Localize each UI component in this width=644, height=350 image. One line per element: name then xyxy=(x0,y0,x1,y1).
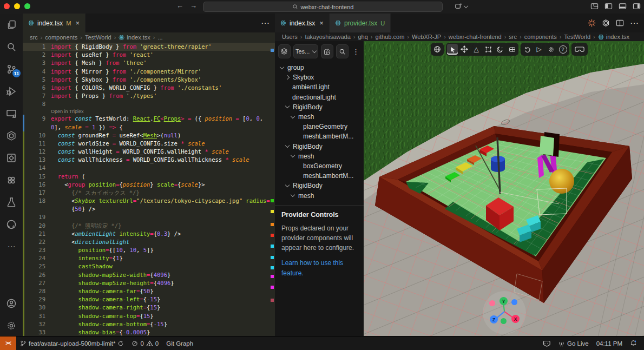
tree-item-directionallight[interactable]: directionalLight xyxy=(275,93,364,102)
toggle-panel-icon[interactable] xyxy=(619,2,627,10)
play-tool[interactable]: ▷ xyxy=(534,44,544,55)
help-tool[interactable]: ? xyxy=(557,44,568,55)
testing-beaker-icon[interactable] xyxy=(0,191,23,213)
breadcrumb-item[interactable]: ghq xyxy=(358,34,367,40)
camera-panel-tool[interactable] xyxy=(507,44,517,55)
code-row[interactable]: 27 shadow-mapSize-height={4096} xyxy=(23,279,275,287)
code-row[interactable]: 6import { COLORS, WORLD_CONFIG } from '.… xyxy=(23,84,275,92)
settings-tool[interactable] xyxy=(546,44,556,55)
breadcrumb-item[interactable]: src xyxy=(30,34,38,41)
codelens-open-in-triplex[interactable]: Open in Triplex xyxy=(51,108,275,115)
code-row[interactable]: 8 xyxy=(23,100,275,108)
code-row[interactable]: 4import { Mirror } from './components/Mi… xyxy=(23,68,275,76)
editor-actions-more-icon[interactable]: ⋯ xyxy=(261,18,270,28)
minimize-window-button[interactable] xyxy=(14,3,20,9)
settings-gear-icon[interactable] xyxy=(0,314,23,336)
tree-item-planegeometry[interactable]: planeGeometry xyxy=(275,122,364,131)
orientation-gizmo[interactable]: Y X Z xyxy=(478,288,530,336)
panel-more-icon[interactable]: ⋮ xyxy=(351,48,360,56)
breadcrumb[interactable]: Users›takayoshisawada›ghq›github.com›Web… xyxy=(275,32,644,41)
remote-indicator[interactable]: >< xyxy=(0,336,16,350)
code-row[interactable]: 2import { useRef } from 'react' xyxy=(23,51,275,59)
account-icon[interactable] xyxy=(0,292,23,314)
more-views-icon[interactable]: ⋯ xyxy=(0,235,23,257)
code-row[interactable]: 19 xyxy=(23,213,275,221)
explorer-icon[interactable] xyxy=(0,14,23,36)
code-row[interactable]: 5import { Skybox } from './components/Sk… xyxy=(23,76,275,84)
breadcrumb-item[interactable]: ... xyxy=(157,34,162,41)
world-space-tool[interactable] xyxy=(432,44,443,55)
select-tool[interactable] xyxy=(447,44,458,55)
tree-item-rigidbody[interactable]: RigidBody xyxy=(275,181,364,190)
chevron-down-icon[interactable] xyxy=(291,153,295,157)
clock-status[interactable]: 04:11 PM xyxy=(593,336,626,350)
maximize-window-button[interactable] xyxy=(24,3,30,9)
code-row[interactable]: 15 return ( xyxy=(23,173,275,181)
chevron-down-icon[interactable] xyxy=(291,193,295,197)
tab-index-tsx-right[interactable]: index.tsx × xyxy=(275,14,330,32)
code-row[interactable]: 31 shadow-camera-top={15} xyxy=(23,312,275,320)
chevron-down-icon[interactable] xyxy=(285,104,290,108)
nav-forward-icon[interactable]: → xyxy=(190,2,197,10)
breadcrumb-item[interactable]: TestWorld xyxy=(85,34,111,41)
transform-box-tool[interactable] xyxy=(483,44,494,55)
close-window-button[interactable] xyxy=(4,3,10,9)
chevron-right-icon[interactable] xyxy=(285,75,290,80)
breadcrumb-item[interactable]: WebXR-JP xyxy=(412,34,441,40)
chevron-down-icon[interactable] xyxy=(285,143,290,148)
code-row[interactable]: 28 shadow-camera-far={50} xyxy=(23,287,275,295)
tree-item-meshlambertm[interactable]: meshLambertM... xyxy=(275,171,364,181)
remote-explorer-icon[interactable] xyxy=(0,102,23,124)
gizmo-neg-x-axis[interactable] xyxy=(489,300,495,306)
toggle-secondary-sidebar-icon[interactable] xyxy=(633,2,641,10)
code-row[interactable]: 3import { Mesh } from 'three' xyxy=(23,59,275,67)
lighting-moon-tool[interactable] xyxy=(495,44,505,55)
code-row[interactable]: 24 intensity={1} xyxy=(23,254,275,262)
close-tab-icon[interactable]: × xyxy=(319,19,324,27)
breadcrumb-item[interactable]: TestWorld xyxy=(564,34,590,40)
gizmo-neg-z-axis[interactable] xyxy=(511,299,517,305)
breadcrumb-item[interactable]: Users xyxy=(282,34,298,40)
code-row[interactable]: 1import { RigidBody } from '@react-three… xyxy=(23,43,275,51)
gizmo-z-axis[interactable]: Z xyxy=(490,315,498,323)
code-row[interactable]: 13 const wallThickness = WORLD_CONFIG.wa… xyxy=(23,156,275,164)
code-row[interactable]: 18 <Skybox textureUrl="/textures/tokyo-c… xyxy=(23,197,275,205)
code-row[interactable]: 23 position={[10, 10, 5]} xyxy=(23,246,275,254)
undo-tool[interactable] xyxy=(522,44,533,55)
tree-item-ambientlight[interactable]: ambientLight xyxy=(275,82,364,92)
translate-tool[interactable] xyxy=(459,44,470,55)
chevron-down-icon[interactable] xyxy=(285,183,290,187)
split-editor-icon[interactable] xyxy=(616,19,624,27)
code-row[interactable]: 20 {/* 照明設定 */} xyxy=(23,222,275,230)
code-row[interactable]: 10 const groundRef = useRef<Mesh>(null) xyxy=(23,131,275,140)
3d-viewport[interactable]: △ ▷ ? xyxy=(364,41,644,336)
code-row[interactable]: 21 <ambientLight intensity={0.3} /> xyxy=(23,230,275,238)
code-row[interactable]: 30 shadow-camera-right={15} xyxy=(23,303,275,312)
code-row[interactable]: 7import { Props } from './types' xyxy=(23,92,275,100)
editor-actions-more-icon[interactable]: ⋯ xyxy=(630,18,639,28)
run-debug-icon[interactable] xyxy=(0,80,23,102)
openai-extension-icon[interactable] xyxy=(0,124,23,147)
notifications-bell[interactable] xyxy=(626,336,641,350)
code-row[interactable]: 26 shadow-mapSize-width={4096} xyxy=(23,271,275,279)
tree-item-mesh[interactable]: mesh xyxy=(275,190,364,200)
tree-item-group[interactable]: group xyxy=(275,63,364,72)
claude-starburst-icon[interactable] xyxy=(588,19,596,27)
overview-ruler[interactable] xyxy=(270,42,275,336)
figma-extension-icon[interactable] xyxy=(0,169,23,191)
search-icon[interactable] xyxy=(0,36,23,58)
code-row[interactable]: 9export const TestWorld: React.FC<Props>… xyxy=(23,115,275,123)
chevron-down-icon[interactable] xyxy=(291,114,295,118)
edit-code-button[interactable] xyxy=(321,44,333,58)
tab-provider-tsx[interactable]: provider.tsx U xyxy=(330,14,391,32)
breadcrumb-item[interactable]: src xyxy=(509,34,517,40)
close-tab-icon[interactable]: × xyxy=(76,19,80,27)
breadcrumb-item[interactable]: takayoshisawada xyxy=(305,34,350,40)
code-row[interactable]: 16 <group position={position} scale={sca… xyxy=(23,181,275,189)
source-control-icon[interactable]: 11 xyxy=(0,58,23,80)
git-graph-button[interactable]: Git Graph xyxy=(162,336,197,350)
breadcrumb-item[interactable]: github.com xyxy=(376,34,405,40)
code-row[interactable]: 11 const worldSize = WORLD_CONFIG.size *… xyxy=(23,140,275,148)
tree-item-rigidbody[interactable]: RigidBody xyxy=(275,102,364,112)
code-row[interactable]: {50} /> xyxy=(23,205,275,213)
